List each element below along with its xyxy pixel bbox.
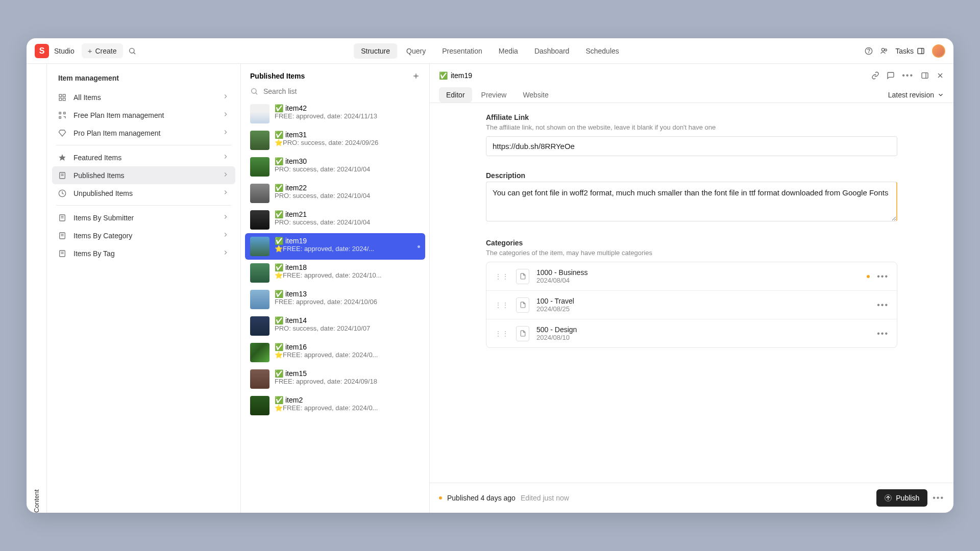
list-item[interactable]: ✅item16 ⭐FREE: approved, date: 2024/0... bbox=[245, 339, 425, 366]
affiliate-label: Affiliate Link bbox=[486, 113, 897, 121]
avatar[interactable] bbox=[932, 44, 945, 58]
clock-icon bbox=[58, 189, 67, 197]
drag-handle-icon[interactable]: ⋮⋮ bbox=[495, 330, 509, 338]
affiliate-input[interactable] bbox=[486, 136, 897, 156]
users-icon[interactable] bbox=[880, 47, 888, 55]
category-date: 2024/08/10 bbox=[536, 334, 870, 341]
edited-status: Edited just now bbox=[521, 494, 569, 502]
create-button[interactable]: Create bbox=[82, 43, 123, 58]
nav-query[interactable]: Query bbox=[399, 43, 433, 59]
list-item[interactable]: ✅item18 ⭐FREE: approved, date: 2024/10..… bbox=[245, 260, 425, 286]
item-title: item16 bbox=[285, 343, 307, 351]
sidebar-item-label: Items By Submitter bbox=[74, 214, 134, 222]
more-icon[interactable]: ••• bbox=[902, 71, 914, 80]
list-item[interactable]: ✅item14 PRO: success, date: 2024/10/07 bbox=[245, 313, 425, 339]
sidebar-item[interactable]: Unpublished Items bbox=[52, 184, 235, 202]
thumbnail bbox=[250, 104, 270, 123]
panel-right-icon[interactable] bbox=[921, 71, 929, 80]
sidebar-item[interactable]: All Items bbox=[52, 88, 235, 106]
nav-media[interactable]: Media bbox=[492, 43, 525, 59]
tab-editor[interactable]: Editor bbox=[439, 87, 472, 103]
studio-window: S Studio Create Structure Query Presenta… bbox=[27, 38, 953, 513]
publish-button[interactable]: Publish bbox=[876, 489, 927, 507]
close-icon[interactable] bbox=[936, 71, 944, 80]
drag-handle-icon[interactable]: ⋮⋮ bbox=[495, 301, 509, 309]
category-row[interactable]: ⋮⋮ 1000 - Business2024/08/04 ••• bbox=[486, 262, 897, 291]
check-icon: ✅ bbox=[439, 71, 448, 80]
sidebar-item[interactable]: Items By Submitter bbox=[52, 209, 235, 227]
diamond-icon bbox=[58, 129, 67, 137]
item-title: item31 bbox=[285, 131, 307, 139]
search-icon[interactable] bbox=[128, 47, 136, 55]
help-icon[interactable] bbox=[865, 47, 873, 55]
list-item[interactable]: ✅item42 FREE: approved, date: 2024/11/13 bbox=[245, 101, 425, 127]
list-item[interactable]: ✅item30 PRO: success, date: 2024/10/04 bbox=[245, 154, 425, 180]
svg-rect-33 bbox=[922, 73, 928, 79]
sidebar-item[interactable]: Pro Plan Item management bbox=[52, 124, 235, 142]
nav-schedules[interactable]: Schedules bbox=[578, 43, 626, 59]
list-item[interactable]: ✅item22 PRO: success, date: 2024/10/04 bbox=[245, 180, 425, 207]
divider bbox=[56, 205, 231, 206]
tasks-label: Tasks bbox=[895, 47, 914, 55]
footer-more-icon[interactable]: ••• bbox=[933, 493, 944, 503]
list-item[interactable]: ✅item13 FREE: approved, date: 2024/10/06 bbox=[245, 286, 425, 313]
chevron-right-icon bbox=[222, 249, 229, 258]
tab-preview[interactable]: Preview bbox=[474, 87, 514, 103]
sidebar: Item management All ItemsFree Plan Item … bbox=[47, 64, 241, 513]
svg-rect-14 bbox=[59, 116, 61, 118]
sidebar-item[interactable]: Free Plan Item management bbox=[52, 106, 235, 124]
brand-name: Studio bbox=[54, 47, 75, 55]
svg-rect-13 bbox=[64, 112, 65, 114]
sidebar-item[interactable]: Items By Category bbox=[52, 227, 235, 244]
detail-panel: ✅ item19 ••• Editor Preview Website bbox=[430, 64, 953, 513]
link-icon[interactable] bbox=[871, 71, 879, 80]
check-icon: ✅ bbox=[275, 210, 283, 218]
item-title: item2 bbox=[285, 396, 303, 404]
editor-area: Affiliate Link The affiliate link, not s… bbox=[430, 103, 953, 483]
chevron-right-icon bbox=[222, 231, 229, 240]
list-item[interactable]: ✅item31 ⭐PRO: success, date: 2024/09/26 bbox=[245, 127, 425, 154]
thumbnail bbox=[250, 316, 270, 336]
comment-icon[interactable] bbox=[887, 71, 895, 80]
item-subtitle: ⭐FREE: approved, date: 2024/... bbox=[275, 245, 412, 253]
plus-icon bbox=[88, 46, 92, 55]
nav-structure[interactable]: Structure bbox=[354, 43, 397, 59]
svg-rect-9 bbox=[63, 94, 65, 97]
sidebar-item[interactable]: Featured Items bbox=[52, 148, 235, 166]
divider bbox=[56, 145, 231, 145]
selected-dot-icon bbox=[418, 245, 420, 248]
more-icon[interactable]: ••• bbox=[877, 300, 889, 310]
list-item[interactable]: ✅item15 FREE: approved, date: 2024/09/18 bbox=[245, 366, 425, 392]
chevron-right-icon bbox=[222, 171, 229, 180]
doc-icon bbox=[58, 232, 67, 240]
more-icon[interactable]: ••• bbox=[877, 329, 889, 338]
doc-icon bbox=[58, 249, 67, 258]
check-icon: ✅ bbox=[275, 343, 283, 351]
category-row[interactable]: ⋮⋮ 500 - Design2024/08/10 ••• bbox=[486, 319, 897, 347]
doc-icon bbox=[58, 214, 67, 222]
sidebar-item[interactable]: Published Items bbox=[52, 166, 235, 184]
description-input[interactable] bbox=[486, 182, 897, 221]
svg-rect-6 bbox=[918, 48, 924, 54]
revision-dropdown[interactable]: Latest revision bbox=[888, 87, 944, 103]
svg-point-3 bbox=[869, 53, 869, 53]
rail-content-label[interactable]: Content bbox=[33, 74, 40, 513]
thumbnail bbox=[250, 237, 270, 256]
drag-handle-icon[interactable]: ⋮⋮ bbox=[495, 272, 509, 281]
add-item-button[interactable] bbox=[412, 72, 420, 80]
sidebar-item[interactable]: Items By Tag bbox=[52, 244, 235, 262]
category-row[interactable]: ⋮⋮ 100 - Travel2024/08/25 ••• bbox=[486, 291, 897, 319]
svg-point-4 bbox=[882, 48, 885, 51]
tab-website[interactable]: Website bbox=[516, 87, 555, 103]
tasks-button[interactable]: Tasks bbox=[895, 47, 925, 55]
list-item[interactable]: ✅item2 ⭐FREE: approved, date: 2024/0... bbox=[245, 392, 425, 419]
nav-dashboard[interactable]: Dashboard bbox=[527, 43, 577, 59]
nav-presentation[interactable]: Presentation bbox=[435, 43, 489, 59]
check-icon: ✅ bbox=[275, 237, 283, 245]
search-input[interactable] bbox=[263, 87, 420, 95]
list-item[interactable]: ✅item19 ⭐FREE: approved, date: 2024/... bbox=[245, 233, 425, 260]
list-item[interactable]: ✅item21 PRO: success, date: 2024/10/04 bbox=[245, 207, 425, 233]
svg-point-31 bbox=[252, 89, 256, 93]
sidebar-title: Item management bbox=[52, 71, 235, 88]
more-icon[interactable]: ••• bbox=[877, 272, 889, 281]
